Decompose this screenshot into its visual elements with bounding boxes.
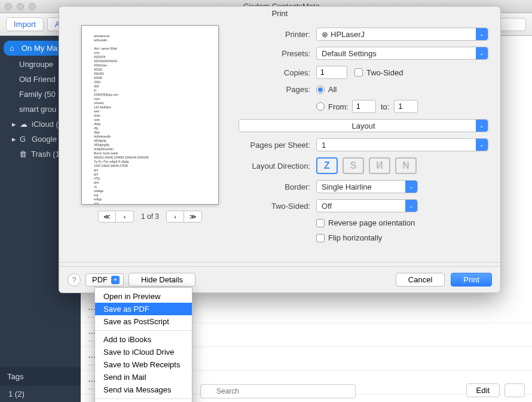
pdf-dropdown-button[interactable]: PDF ▾ bbox=[85, 273, 124, 287]
sidebar-label: On My Ma bbox=[22, 44, 57, 53]
pages-to-input[interactable] bbox=[394, 100, 418, 113]
menu-save-to-web-receipts[interactable]: Save to Web Receipts bbox=[95, 358, 192, 371]
menu-open-in-preview[interactable]: Open in Preview bbox=[95, 290, 192, 303]
print-section-select[interactable]: Layout ⌄ bbox=[239, 119, 488, 132]
chevron-updown-icon: ⌄ bbox=[405, 200, 417, 212]
minimize-window-icon[interactable] bbox=[17, 3, 24, 10]
first-page-button[interactable]: ≪ bbox=[98, 211, 116, 223]
presets-label: Presets: bbox=[239, 49, 316, 58]
menu-separator bbox=[95, 398, 192, 399]
layout-direction-4[interactable]: N bbox=[395, 157, 417, 174]
printer-select[interactable]: ⊗ HPLaserJ ⌄ bbox=[316, 28, 488, 41]
menu-send-via-messages[interactable]: Send via Messages bbox=[95, 383, 192, 396]
chevron-updown-icon: ⌄ bbox=[476, 120, 488, 132]
hide-details-button[interactable]: Hide Details bbox=[129, 273, 195, 287]
menu-add-to-ibooks[interactable]: Add to iBooks bbox=[95, 333, 192, 346]
last-page-button[interactable]: ≫ bbox=[184, 211, 202, 223]
close-window-icon[interactable] bbox=[5, 3, 12, 10]
prev-page-button[interactable]: ‹ bbox=[116, 211, 134, 223]
menu-send-in-mail[interactable]: Send in Mail bbox=[95, 371, 192, 383]
traffic-lights bbox=[5, 3, 36, 10]
layout-select-value: Layout bbox=[351, 121, 375, 130]
layout-direction-2[interactable]: S bbox=[343, 157, 364, 174]
copies-label: Copies: bbox=[239, 68, 316, 77]
layout-direction-1[interactable]: Z bbox=[316, 157, 338, 174]
pages-from-label: From: bbox=[328, 102, 348, 111]
border-label: Border: bbox=[239, 182, 316, 191]
trash-icon: 🗑 bbox=[19, 150, 27, 159]
pages-all-radio[interactable] bbox=[316, 86, 325, 94]
chevron-updown-icon: ⌄ bbox=[476, 47, 488, 59]
pages-from-input[interactable] bbox=[352, 100, 376, 113]
help-button[interactable]: ? bbox=[68, 273, 81, 287]
cloud-icon: ☁ bbox=[20, 120, 28, 129]
chevron-right-icon: ▸ bbox=[12, 120, 16, 129]
chevron-right-icon: ▸ bbox=[12, 135, 16, 144]
menu-save-as-pdf[interactable]: Save as PDF bbox=[95, 303, 192, 315]
home-icon: ⌂ bbox=[10, 44, 18, 53]
chevron-updown-icon: ⌄ bbox=[405, 181, 417, 193]
chevron-updown-icon: ⌄ bbox=[476, 139, 488, 151]
twosided-value: Off bbox=[322, 202, 332, 211]
pages-all-label: All bbox=[328, 85, 337, 94]
pages-per-sheet-select[interactable]: 1 ⌄ bbox=[316, 138, 488, 151]
pages-label: Pages: bbox=[239, 85, 316, 94]
two-sided-checkbox[interactable] bbox=[354, 68, 363, 77]
tag-item[interactable]: 1 (2) bbox=[0, 386, 81, 402]
print-button[interactable]: Print bbox=[451, 273, 492, 287]
next-page-button[interactable]: › bbox=[166, 211, 184, 223]
preview-navigation: ≪ ‹ 1 of 3 › ≫ bbox=[98, 211, 202, 223]
layout-direction-label: Layout Direction: bbox=[239, 162, 316, 170]
pps-value: 1 bbox=[322, 141, 326, 150]
print-preview-page: abceaea aaadhodakbAbir I aerter Elbala:b… bbox=[81, 25, 219, 205]
printer-close-icon[interactable]: ⊗ bbox=[322, 30, 328, 39]
printer-value: HPLaserJ bbox=[331, 30, 365, 39]
dialog-title: Print bbox=[59, 7, 500, 20]
twosided-label: Two-Sided: bbox=[239, 202, 316, 211]
share-button[interactable] bbox=[505, 383, 525, 397]
edit-button[interactable]: Edit bbox=[466, 383, 500, 397]
menu-save-to-icloud[interactable]: Save to iCloud Drive bbox=[95, 346, 192, 358]
import-button[interactable]: Import bbox=[6, 17, 44, 31]
pdf-dropdown-menu: Open in Preview Save as PDF Save as Post… bbox=[94, 287, 192, 402]
zoom-window-icon[interactable] bbox=[29, 3, 36, 10]
contacts-search-input[interactable] bbox=[200, 384, 356, 398]
pdf-label: PDF bbox=[92, 275, 108, 284]
google-icon: G bbox=[20, 135, 28, 144]
copies-input[interactable] bbox=[316, 66, 347, 79]
flip-horizontally-label: Flip horizontally bbox=[328, 233, 382, 242]
menu-save-as-postscript[interactable]: Save as PostScript bbox=[95, 315, 192, 328]
pages-to-label: to: bbox=[376, 102, 394, 111]
chevron-down-icon: ▾ bbox=[111, 276, 120, 284]
two-sided-select[interactable]: Off ⌄ bbox=[316, 199, 418, 212]
flip-horizontally-checkbox[interactable] bbox=[316, 234, 325, 242]
pages-from-radio[interactable] bbox=[316, 102, 325, 111]
reverse-orientation-label: Reverse page orientation bbox=[328, 218, 415, 227]
presets-value: Default Settings bbox=[322, 49, 377, 58]
cancel-button[interactable]: Cancel bbox=[396, 273, 445, 287]
layout-direction-3[interactable]: И bbox=[369, 157, 390, 174]
reverse-orientation-checkbox[interactable] bbox=[316, 219, 325, 227]
border-value: Single Hairline bbox=[322, 182, 372, 191]
pps-label: Pages per Sheet: bbox=[239, 141, 316, 150]
two-sided-label: Two-Sided bbox=[366, 68, 403, 77]
border-select[interactable]: Single Hairline ⌄ bbox=[316, 180, 418, 193]
menu-separator bbox=[95, 330, 192, 331]
printer-label: Printer: bbox=[239, 30, 316, 39]
presets-select[interactable]: Default Settings ⌄ bbox=[316, 47, 488, 60]
print-dialog: Print abceaea aaadhodakbAbir I aerter El… bbox=[59, 6, 501, 293]
chevron-updown-icon: ⌄ bbox=[476, 28, 488, 40]
tags-header: Tags bbox=[0, 367, 81, 386]
page-indicator: 1 of 3 bbox=[141, 212, 159, 221]
